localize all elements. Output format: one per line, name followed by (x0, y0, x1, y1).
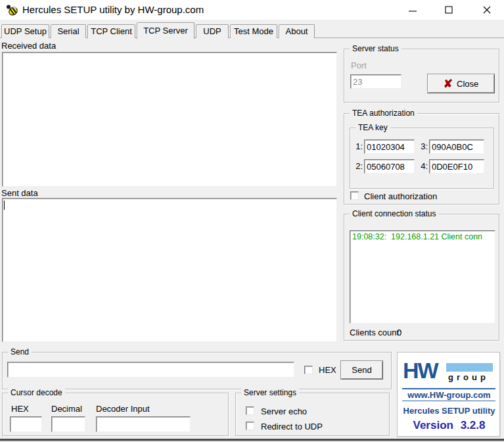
hw-group-url: www.HW-group.com (398, 390, 501, 400)
tab-serial[interactable]: Serial (51, 24, 86, 38)
logo-divider-top (402, 388, 495, 389)
send-legend: Send (8, 347, 32, 356)
tab-tcp-client[interactable]: TCP Client (87, 24, 135, 38)
logo-app-name: Hercules SETUP utility (398, 406, 501, 416)
cursor-decimal-label: Decimal (51, 404, 82, 414)
cursor-decode-group: Cursor decode HEX Decimal Decoder Input (2, 393, 229, 436)
close-x-icon: ✘ (444, 78, 453, 89)
tea-authorization-legend: TEA authorization (350, 109, 417, 118)
logo-version: Version 3.2.8 (398, 419, 501, 432)
tea-key-1-input[interactable] (364, 139, 415, 154)
redirect-to-udp-checkbox[interactable] (246, 422, 254, 430)
port-label: Port (351, 61, 367, 70)
tab-about[interactable]: About (279, 24, 315, 38)
hw-logo-text: HW (403, 358, 438, 382)
tab-udp[interactable]: UDP (196, 24, 229, 38)
tea-key-4-label: 4: (419, 161, 428, 171)
close-button-label: Close (457, 79, 478, 89)
redirect-to-udp-label: Redirect to UDP (261, 422, 323, 431)
tea-key-4-input[interactable] (429, 159, 484, 174)
server-settings-group: Server settings Server echo Redirect to … (235, 393, 390, 436)
tea-key-3-label: 3: (419, 141, 428, 151)
decoder-input-field[interactable] (96, 416, 191, 432)
hw-logo-group-text: group (448, 372, 489, 382)
hw-logo-bar (446, 363, 493, 372)
send-group: Send HEX Send (2, 352, 392, 389)
tea-key-3-input[interactable] (429, 139, 484, 154)
cursor-hex-field[interactable] (10, 416, 42, 432)
tab-test-mode[interactable]: Test Mode (230, 24, 277, 38)
cursor-decode-legend: Cursor decode (8, 388, 65, 397)
logo-divider-bottom (402, 401, 495, 401)
send-button-label: Send (352, 365, 371, 375)
client-connection-log-line: 19:08:32: 192.168.1.21 Client conn (350, 231, 495, 241)
text-caret (4, 201, 5, 210)
sent-data-label: Sent data (1, 188, 38, 198)
server-echo-checkbox[interactable] (246, 406, 254, 415)
tea-key-1-label: 1: (354, 141, 363, 151)
server-status-group: Server status Port ✘ Close (344, 49, 499, 103)
client-authorization-label: Client authorization (364, 191, 437, 201)
port-input (350, 74, 401, 89)
cursor-hex-label: HEX (11, 404, 29, 414)
client-connection-status-group: Client connection status 19:08:32: 192.1… (344, 214, 499, 341)
titlebar: Hercules SETUP utility by HW-group.com (0, 0, 504, 20)
send-button[interactable]: Send (340, 360, 383, 380)
tab-tcp-server[interactable]: TCP Server (137, 22, 195, 39)
tab-udp-setup[interactable]: UDP Setup (1, 24, 49, 38)
hw-group-logo-panel: HW group www.HW-group.com Hercules SETUP… (397, 352, 500, 437)
app-bee-icon (5, 3, 18, 16)
close-button[interactable]: ✘ Close (427, 74, 495, 93)
maximize-button[interactable] (438, 0, 459, 20)
clients-count-label: Clients count: (350, 328, 401, 337)
hex-checkbox[interactable] (304, 366, 313, 374)
close-window-button[interactable] (476, 0, 497, 20)
tea-key-2-input[interactable] (364, 159, 415, 174)
client-connection-status-legend: Client connection status (350, 209, 438, 218)
server-status-legend: Server status (350, 44, 401, 53)
client-connection-log: 19:08:32: 192.168.1.21 Client conn (350, 230, 495, 324)
cursor-decoder-label: Decoder Input (96, 404, 150, 414)
tab-strip: UDP Setup Serial TCP Client TCP Server U… (1, 22, 315, 38)
window-title: Hercules SETUP utility by HW-group.com (22, 0, 204, 20)
cursor-decimal-field[interactable] (51, 416, 85, 432)
client-authorization-checkbox[interactable] (350, 191, 359, 200)
received-data-label: Received data (1, 41, 56, 51)
clients-count-value: 0 (397, 328, 401, 337)
sent-data-area[interactable] (2, 198, 337, 342)
server-settings-legend: Server settings (241, 388, 299, 397)
tea-key-2-label: 2: (354, 161, 363, 171)
tea-authorization-group: TEA authorization TEA key 1: 3: 2: 4: Cl… (344, 113, 499, 205)
hex-checkbox-label: HEX (319, 365, 336, 375)
tea-key-legend: TEA key (355, 123, 390, 132)
send-input[interactable] (7, 362, 294, 378)
server-echo-label: Server echo (261, 406, 307, 416)
tea-key-group: TEA key 1: 3: 2: 4: (350, 128, 494, 189)
received-data-area[interactable] (2, 52, 337, 187)
minimize-button[interactable] (402, 0, 423, 20)
